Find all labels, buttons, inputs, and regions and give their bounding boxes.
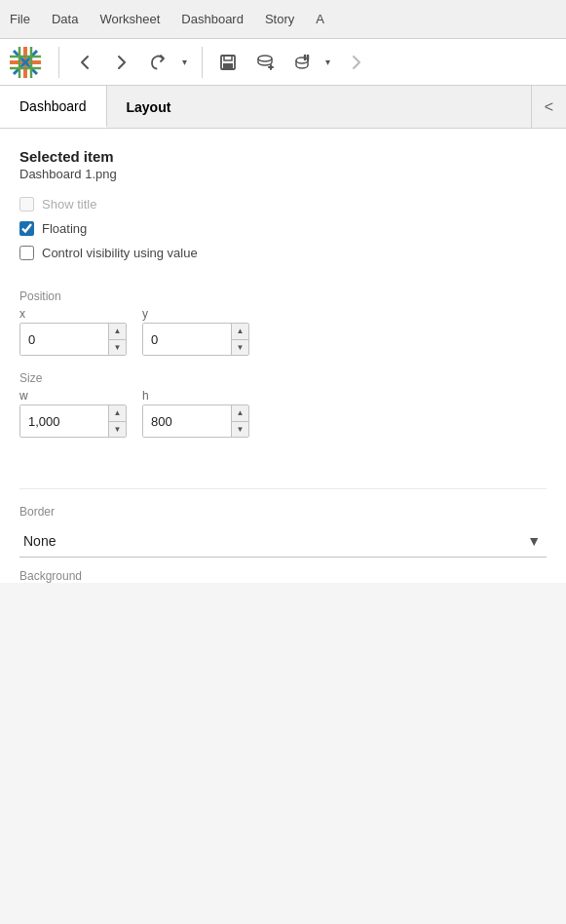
- menu-file[interactable]: File: [8, 8, 32, 30]
- tab-bar: Dashboard Layout <: [0, 86, 566, 129]
- size-w-input[interactable]: [20, 405, 108, 437]
- add-datasource-button[interactable]: [249, 47, 281, 78]
- save-icon: [218, 53, 238, 72]
- panel-content: Selected item Dashboard 1.png Show title…: [0, 129, 566, 583]
- size-h-col: h ▲ ▼: [142, 389, 249, 438]
- floating-row: Floating: [19, 221, 547, 236]
- control-visibility-label: Control visibility using value: [42, 246, 198, 260]
- position-x-col: x ▲ ▼: [19, 307, 127, 356]
- size-w-label: w: [19, 389, 127, 403]
- border-section: Border None Solid Dashed Dotted ▼: [19, 488, 547, 558]
- add-datasource-icon: [255, 53, 275, 72]
- background-label: Background: [19, 569, 547, 583]
- size-w-up-button[interactable]: ▲: [109, 405, 126, 422]
- pause-group: ▾: [286, 47, 335, 78]
- forward-button[interactable]: [106, 47, 137, 78]
- pause-button[interactable]: [286, 47, 318, 78]
- tableau-logo-svg: [8, 45, 43, 80]
- selected-item-value: Dashboard 1.png: [19, 167, 547, 181]
- size-w-down-button[interactable]: ▼: [109, 422, 126, 438]
- size-w-buttons: ▲ ▼: [108, 405, 126, 437]
- tab-layout-label: Layout: [127, 99, 171, 115]
- redo-group: ▾: [143, 47, 192, 78]
- tab-dashboard[interactable]: Dashboard: [0, 86, 107, 128]
- size-h-input[interactable]: [143, 405, 231, 437]
- redo-icon: [149, 53, 169, 72]
- show-title-row: Show title: [19, 197, 547, 212]
- control-visibility-checkbox[interactable]: [19, 246, 34, 260]
- menu-worksheet[interactable]: Worksheet: [97, 8, 162, 30]
- position-y-down-button[interactable]: ▼: [232, 340, 248, 356]
- background-section: Background: [19, 558, 547, 583]
- menu-bar: File Data Worksheet Dashboard Story A: [0, 0, 566, 39]
- size-h-label: h: [142, 389, 249, 403]
- size-h-buttons: ▲ ▼: [231, 405, 248, 437]
- redo-button[interactable]: [143, 47, 174, 78]
- toolbar: ▾ ▾: [0, 39, 566, 86]
- size-w-col: w ▲ ▼: [19, 389, 127, 438]
- back-button[interactable]: [69, 47, 100, 78]
- svg-rect-9: [224, 56, 232, 60]
- menu-dashboard[interactable]: Dashboard: [179, 8, 245, 30]
- pause-dropdown-button[interactable]: ▾: [320, 47, 335, 78]
- position-y-col: y ▲ ▼: [142, 307, 249, 356]
- position-y-input[interactable]: [143, 324, 231, 355]
- back-icon: [75, 53, 94, 72]
- size-h-down-button[interactable]: ▼: [232, 422, 248, 438]
- size-w-spinner: ▲ ▼: [19, 404, 127, 438]
- position-x-down-button[interactable]: ▼: [109, 340, 126, 356]
- toolbar-separator-2: [202, 47, 203, 78]
- position-y-label: y: [142, 307, 249, 321]
- more-toolbar-button[interactable]: [341, 47, 372, 78]
- show-title-label: Show title: [42, 197, 96, 212]
- position-y-buttons: ▲ ▼: [231, 324, 248, 355]
- show-title-checkbox[interactable]: [19, 197, 34, 212]
- position-y-up-button[interactable]: ▲: [232, 324, 248, 340]
- floating-checkbox[interactable]: [19, 221, 34, 236]
- size-h-up-button[interactable]: ▲: [232, 405, 248, 422]
- selected-item-heading: Selected item: [19, 148, 547, 165]
- floating-label: Floating: [42, 221, 87, 236]
- position-x-label: x: [19, 307, 127, 321]
- menu-more[interactable]: A: [314, 8, 326, 30]
- pause-icon: [292, 53, 312, 72]
- control-visibility-row: Control visibility using value: [19, 246, 547, 260]
- forward-icon: [112, 53, 132, 72]
- position-y-spinner: ▲ ▼: [142, 323, 249, 356]
- more-toolbar-icon: [347, 53, 366, 72]
- position-group: Position x ▲ ▼ y ▲ ▼: [19, 289, 547, 356]
- menu-story[interactable]: Story: [263, 8, 296, 30]
- border-label: Border: [19, 505, 547, 519]
- size-h-spinner: ▲ ▼: [142, 404, 249, 438]
- tableau-logo: [8, 45, 43, 80]
- position-x-input[interactable]: [20, 324, 108, 355]
- size-label: Size: [19, 371, 547, 385]
- collapse-icon: <: [545, 98, 553, 116]
- menu-data[interactable]: Data: [50, 8, 80, 30]
- size-row: w ▲ ▼ h ▲ ▼: [19, 389, 547, 438]
- save-button[interactable]: [212, 47, 244, 78]
- size-group: Size w ▲ ▼ h ▲ ▼: [19, 371, 547, 438]
- svg-rect-10: [223, 63, 233, 68]
- tab-dashboard-label: Dashboard: [19, 98, 87, 114]
- border-select[interactable]: None Solid Dashed Dotted: [19, 524, 547, 558]
- toolbar-separator-1: [58, 47, 59, 78]
- position-row: x ▲ ▼ y ▲ ▼: [19, 307, 547, 356]
- border-select-wrapper: None Solid Dashed Dotted ▼: [19, 524, 547, 558]
- position-x-up-button[interactable]: ▲: [109, 324, 126, 340]
- position-label: Position: [19, 289, 547, 303]
- position-x-buttons: ▲ ▼: [108, 324, 126, 355]
- svg-point-11: [258, 56, 272, 61]
- redo-dropdown-button[interactable]: ▾: [176, 47, 192, 78]
- position-x-spinner: ▲ ▼: [19, 323, 127, 356]
- tab-collapse-button[interactable]: <: [531, 86, 566, 128]
- tab-layout[interactable]: Layout: [107, 86, 191, 128]
